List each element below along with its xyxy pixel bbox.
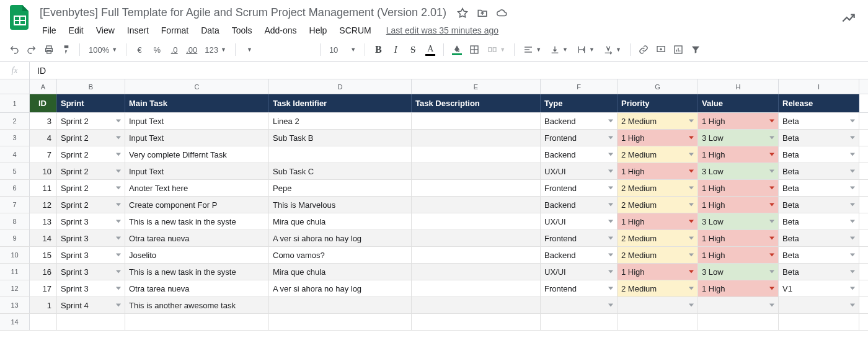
dropdown-arrow-icon[interactable]: [850, 203, 855, 207]
dropdown-arrow-icon[interactable]: [608, 287, 613, 290]
cell-H-11[interactable]: 3 Low: [698, 264, 779, 280]
dropdown-arrow-icon[interactable]: [116, 120, 121, 123]
cell-H-9[interactable]: 1 High: [698, 230, 779, 246]
dropdown-arrow-icon[interactable]: [689, 220, 694, 223]
cell-A-12[interactable]: 17: [30, 280, 57, 296]
dropdown-arrow-icon[interactable]: [689, 170, 694, 173]
cell-D-4[interactable]: [269, 146, 412, 163]
cell-E-13[interactable]: [412, 297, 541, 313]
cell-D-13[interactable]: [269, 297, 412, 313]
cell-C-9[interactable]: Otra tarea nueva: [125, 230, 269, 246]
dropdown-arrow-icon[interactable]: [850, 187, 855, 190]
dropdown-arrow-icon[interactable]: [116, 287, 121, 290]
column-header-E[interactable]: E: [412, 79, 541, 94]
cloud-status-icon[interactable]: [496, 7, 508, 19]
cell-I-9[interactable]: Beta: [779, 230, 859, 246]
column-header-H[interactable]: H: [698, 79, 779, 94]
fill-color-button[interactable]: [449, 42, 465, 58]
dropdown-arrow-icon[interactable]: [769, 287, 774, 290]
row-header-7[interactable]: 7: [0, 197, 30, 213]
insert-chart-button[interactable]: [670, 42, 686, 58]
cell-F-14[interactable]: [541, 314, 618, 330]
cell-G-9[interactable]: 2 Medium: [618, 230, 698, 246]
cell-C-8[interactable]: This is a new task in the syste: [125, 213, 269, 230]
italic-button[interactable]: I: [388, 42, 404, 58]
cell-H-7[interactable]: 1 High: [698, 197, 779, 213]
cell-D-9[interactable]: A ver si ahora no hay log: [269, 230, 412, 246]
currency-button[interactable]: €: [131, 42, 148, 58]
cell-A-8[interactable]: 13: [30, 213, 57, 230]
dropdown-arrow-icon[interactable]: [769, 153, 774, 156]
menu-insert[interactable]: Insert: [122, 23, 154, 38]
cell-B-6[interactable]: Sprint 2: [57, 180, 125, 196]
cell-F-4[interactable]: Backend: [541, 146, 618, 163]
cell-F-9[interactable]: Frontend: [541, 230, 618, 246]
cell-D-5[interactable]: Sub Task C: [269, 163, 412, 179]
dropdown-arrow-icon[interactable]: [769, 237, 774, 240]
cell-G-7[interactable]: 2 Medium: [618, 197, 698, 213]
cell-I-14[interactable]: [779, 314, 859, 330]
star-icon[interactable]: [456, 7, 469, 19]
dropdown-arrow-icon[interactable]: [689, 270, 694, 274]
row-header-6[interactable]: 6: [0, 180, 30, 196]
cell-H-6[interactable]: 1 High: [698, 180, 779, 196]
dropdown-arrow-icon[interactable]: [116, 187, 121, 190]
spreadsheet-grid[interactable]: ABCDEFGHI 1IDSprintMain TaskTask Identif…: [0, 79, 868, 331]
header-cell-D[interactable]: Task Identifier: [269, 94, 412, 112]
cell-E-12[interactable]: [412, 280, 541, 296]
dropdown-arrow-icon[interactable]: [608, 153, 613, 156]
cell-E-14[interactable]: [412, 314, 541, 330]
dropdown-arrow-icon[interactable]: [769, 136, 774, 140]
cell-F-13[interactable]: [541, 297, 618, 313]
header-cell-C[interactable]: Main Task: [125, 94, 269, 112]
dropdown-arrow-icon[interactable]: [850, 153, 855, 156]
cell-E-3[interactable]: [412, 130, 541, 146]
cell-I-8[interactable]: Beta: [779, 213, 859, 230]
cell-E-6[interactable]: [412, 180, 541, 196]
cell-F-2[interactable]: Backend: [541, 113, 618, 129]
cell-E-10[interactable]: [412, 247, 541, 263]
formula-bar[interactable]: fx ID: [0, 62, 868, 79]
menu-tools[interactable]: Tools: [227, 23, 257, 38]
header-cell-H[interactable]: Value: [698, 94, 779, 112]
dropdown-arrow-icon[interactable]: [608, 120, 613, 123]
cell-A-13[interactable]: 1: [30, 297, 57, 313]
cell-F-7[interactable]: Backend: [541, 197, 618, 213]
menu-edit[interactable]: Edit: [64, 23, 89, 38]
cell-C-13[interactable]: This is another awesome task: [125, 297, 269, 313]
cell-G-5[interactable]: 1 High: [618, 163, 698, 179]
cell-G-4[interactable]: 2 Medium: [618, 146, 698, 163]
column-header-A[interactable]: A: [30, 79, 57, 94]
font-family-dropdown[interactable]: ▼: [241, 47, 315, 53]
move-folder-icon[interactable]: [476, 7, 489, 19]
document-title[interactable]: [Evenbytes] Full Template for Agile and …: [37, 5, 449, 20]
dropdown-arrow-icon[interactable]: [116, 136, 121, 140]
cell-A-4[interactable]: 7: [30, 146, 57, 163]
cell-E-11[interactable]: [412, 264, 541, 280]
cell-I-2[interactable]: Beta: [779, 113, 859, 129]
decrease-decimal-button[interactable]: .0: [166, 42, 182, 58]
dropdown-arrow-icon[interactable]: [689, 187, 694, 190]
redo-button[interactable]: [24, 42, 40, 58]
zoom-dropdown[interactable]: 100%▼: [85, 45, 121, 55]
row-header-11[interactable]: 11: [0, 264, 30, 280]
dropdown-arrow-icon[interactable]: [116, 203, 121, 207]
cell-E-7[interactable]: [412, 197, 541, 213]
dropdown-arrow-icon[interactable]: [116, 170, 121, 173]
cell-B-4[interactable]: Sprint 2: [57, 146, 125, 163]
dropdown-arrow-icon[interactable]: [769, 187, 774, 190]
dropdown-arrow-icon[interactable]: [116, 237, 121, 240]
cell-G-2[interactable]: 2 Medium: [618, 113, 698, 129]
dropdown-arrow-icon[interactable]: [769, 270, 774, 274]
cell-A-5[interactable]: 10: [30, 163, 57, 179]
cell-I-11[interactable]: Beta: [779, 264, 859, 280]
cell-H-2[interactable]: 1 High: [698, 113, 779, 129]
cell-A-6[interactable]: 11: [30, 180, 57, 196]
cell-B-8[interactable]: Sprint 3: [57, 213, 125, 230]
cell-F-11[interactable]: UX/UI: [541, 264, 618, 280]
cell-H-4[interactable]: 1 High: [698, 146, 779, 163]
filter-button[interactable]: [688, 42, 704, 58]
cell-C-2[interactable]: Input Text: [125, 113, 269, 129]
undo-button[interactable]: [6, 42, 22, 58]
cell-B-3[interactable]: Sprint 2: [57, 130, 125, 146]
